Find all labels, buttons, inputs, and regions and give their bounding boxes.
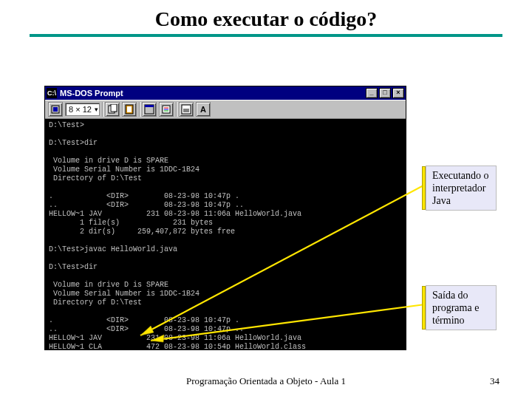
- msdos-icon: C:\: [47, 88, 57, 98]
- window-toolbar: 8 × 12 A: [45, 100, 406, 119]
- minimize-button[interactable]: _: [366, 88, 378, 98]
- properties-icon: [161, 104, 171, 115]
- fullscreen-icon: [144, 104, 154, 115]
- window-buttons: _ □ ×: [366, 88, 404, 98]
- title-underline: [30, 34, 502, 37]
- toolbar-divider: [102, 102, 103, 117]
- slide-footer: Programação Orientada a Objeto - Aula 1: [0, 375, 532, 387]
- background-icon: [181, 104, 191, 115]
- toolbar-button[interactable]: [142, 102, 157, 117]
- toolbar-divider: [176, 102, 177, 117]
- font-size-select[interactable]: 8 × 12: [65, 103, 100, 116]
- toolbar-button[interactable]: [179, 102, 194, 117]
- maximize-button[interactable]: □: [379, 88, 391, 98]
- close-button[interactable]: ×: [392, 88, 404, 98]
- toolbar-button[interactable]: [105, 102, 120, 117]
- svg-rect-1: [53, 107, 58, 112]
- svg-rect-13: [183, 109, 189, 112]
- callout-interpreter: Executando o interpretador Java: [426, 166, 497, 211]
- page-title: Como executar o código?: [0, 0, 532, 34]
- callout-output: Saída do programa e término: [426, 285, 497, 330]
- callout-text: Executando o interpretador Java: [432, 170, 489, 206]
- dos-prompt-window: C:\ MS-DOS Prompt _ □ × 8 × 12 A: [44, 86, 406, 350]
- callout-text: Saída do programa e término: [432, 290, 479, 326]
- terminal-text: D:\Test> D:\Test>dir Volume in drive D i…: [49, 121, 306, 349]
- window-title: MS-DOS Prompt: [60, 89, 366, 98]
- toolbar-button[interactable]: [48, 102, 63, 117]
- svg-rect-7: [145, 105, 154, 107]
- svg-rect-5: [127, 106, 132, 112]
- toolbar-divider: [139, 102, 140, 117]
- toolbar-button[interactable]: [122, 102, 137, 117]
- paste-icon: [124, 104, 134, 115]
- copy-icon: [107, 104, 117, 115]
- toolbar-button[interactable]: [159, 102, 174, 117]
- toolbar-icon: [50, 104, 61, 115]
- callout-accent-bar: [422, 286, 426, 330]
- terminal-output[interactable]: D:\Test> D:\Test>dir Volume in drive D i…: [45, 119, 406, 349]
- font-button[interactable]: A: [196, 102, 211, 117]
- callout-accent-bar: [422, 166, 426, 210]
- page-number: 34: [490, 375, 499, 387]
- svg-rect-3: [111, 104, 117, 112]
- window-titlebar[interactable]: C:\ MS-DOS Prompt _ □ ×: [45, 86, 406, 100]
